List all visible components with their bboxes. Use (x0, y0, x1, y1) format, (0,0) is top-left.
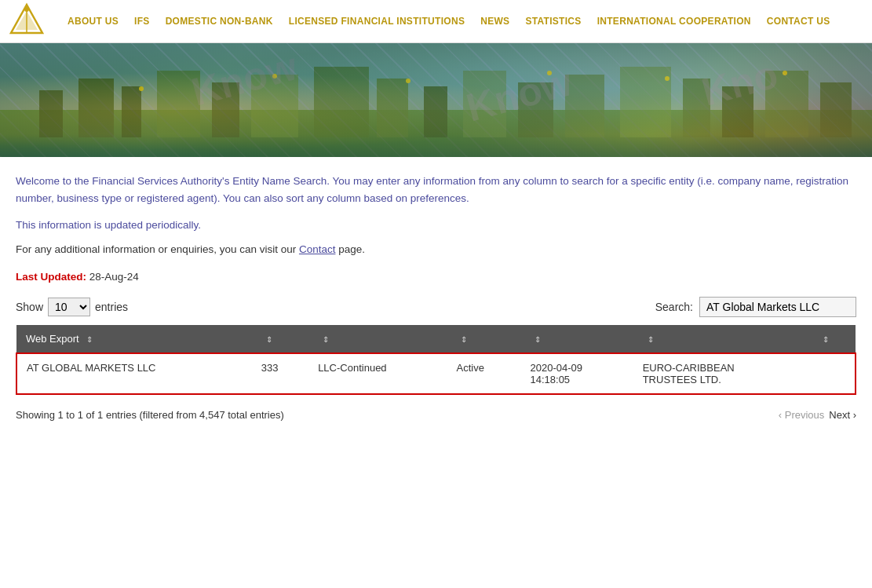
col-7[interactable]: ⇕ (808, 325, 856, 353)
col-2[interactable]: ⇕ (252, 325, 308, 353)
col-6[interactable]: ⇕ (633, 325, 808, 353)
svg-rect-19 (620, 67, 671, 137)
next-button[interactable]: Next › (829, 409, 856, 421)
sort-icon-4: ⇕ (461, 335, 467, 344)
sort-icon-5: ⇕ (535, 335, 541, 344)
svg-rect-7 (39, 90, 63, 137)
search-input[interactable] (699, 297, 856, 317)
nav-licensed-fi[interactable]: LICENSED FINANCIAL INSTITUTIONS (281, 16, 472, 27)
main-content: Welcome to the Financial Services Author… (0, 157, 872, 435)
last-updated-value: 28-Aug-24 (86, 271, 139, 283)
cell-extra (808, 353, 856, 394)
navigation: ABOUT US IFS DOMESTIC NON-BANK LICENSED … (0, 0, 872, 43)
svg-point-4 (24, 7, 29, 12)
table-row: AT GLOBAL MARKETS LLC 333 LLC-Continued … (16, 353, 856, 394)
update-notice: This information is updated periodically… (16, 219, 856, 231)
last-updated-label: Last Updated: (16, 271, 86, 283)
table-footer: Showing 1 to 1 of 1 entries (filtered fr… (16, 403, 856, 427)
svg-point-29 (783, 71, 787, 75)
table-controls: Show 10 25 50 100 entries Search: (16, 297, 856, 317)
col-5[interactable]: ⇕ (520, 325, 633, 353)
intro-paragraph: Welcome to the Financial Services Author… (16, 173, 856, 206)
cell-reg-number: 333 (252, 353, 308, 394)
contact-link[interactable]: Contact (299, 243, 336, 255)
sort-icon-6: ⇕ (648, 335, 654, 344)
search-label: Search: (655, 301, 693, 313)
sort-icon-2: ⇕ (266, 335, 272, 344)
site-logo[interactable] (8, 2, 46, 42)
nav-about-us[interactable]: ABOUT US (60, 16, 126, 27)
svg-rect-13 (314, 67, 369, 137)
cell-business-type: LLC-Continued (308, 353, 447, 394)
svg-rect-23 (820, 82, 852, 137)
cell-agent: EURO-CARIBBEANTRUSTEES LTD. (633, 353, 808, 394)
show-entries-control: Show 10 25 50 100 entries (16, 298, 128, 316)
col-web-export[interactable]: Web Export ⇕ (16, 325, 252, 353)
cell-company-name: AT GLOBAL MARKETS LLC (16, 353, 252, 394)
nav-news[interactable]: NEWS (472, 16, 517, 27)
sort-icon-3: ⇕ (323, 335, 329, 344)
results-table: Web Export ⇕ ⇕ ⇕ ⇕ ⇕ ⇕ (16, 325, 856, 395)
cell-status: Active (447, 353, 520, 394)
nav-links: ABOUT US IFS DOMESTIC NON-BANK LICENSED … (60, 16, 838, 27)
table-header-row: Web Export ⇕ ⇕ ⇕ ⇕ ⇕ ⇕ (16, 325, 856, 353)
sort-icon-7: ⇕ (823, 335, 829, 344)
previous-button[interactable]: ‹ Previous (779, 409, 825, 421)
nav-domestic-non-bank[interactable]: DOMESTIC NON-BANK (158, 16, 281, 27)
hero-image: Know Know Kno (0, 43, 872, 157)
sort-icon: ⇕ (86, 335, 93, 344)
search-box: Search: (655, 297, 856, 317)
svg-point-26 (406, 79, 410, 83)
show-label: Show (16, 301, 43, 313)
nav-intl-coop[interactable]: INTERNATIONAL COOPERATION (589, 16, 759, 27)
svg-point-28 (665, 76, 670, 81)
nav-statistics[interactable]: STATISTICS (517, 16, 589, 27)
svg-rect-14 (377, 79, 408, 137)
nav-contact-us[interactable]: CONTACT US (759, 16, 838, 27)
enquiry-paragraph: For any additional information or enquir… (16, 243, 856, 255)
entries-select[interactable]: 10 25 50 100 (48, 298, 90, 316)
entries-label: entries (95, 301, 128, 313)
svg-rect-8 (78, 79, 114, 137)
cell-date: 2020-04-0914:18:05 (520, 353, 633, 394)
svg-rect-15 (424, 86, 447, 137)
svg-rect-9 (122, 86, 141, 137)
col-4[interactable]: ⇕ (447, 325, 520, 353)
last-updated: Last Updated: 28-Aug-24 (16, 271, 856, 283)
showing-entries: Showing 1 to 1 of 1 entries (filtered fr… (16, 409, 284, 421)
nav-ifs[interactable]: IFS (126, 16, 158, 27)
pagination: ‹ Previous Next › (779, 409, 856, 421)
svg-point-24 (139, 86, 144, 91)
col-3[interactable]: ⇕ (308, 325, 447, 353)
